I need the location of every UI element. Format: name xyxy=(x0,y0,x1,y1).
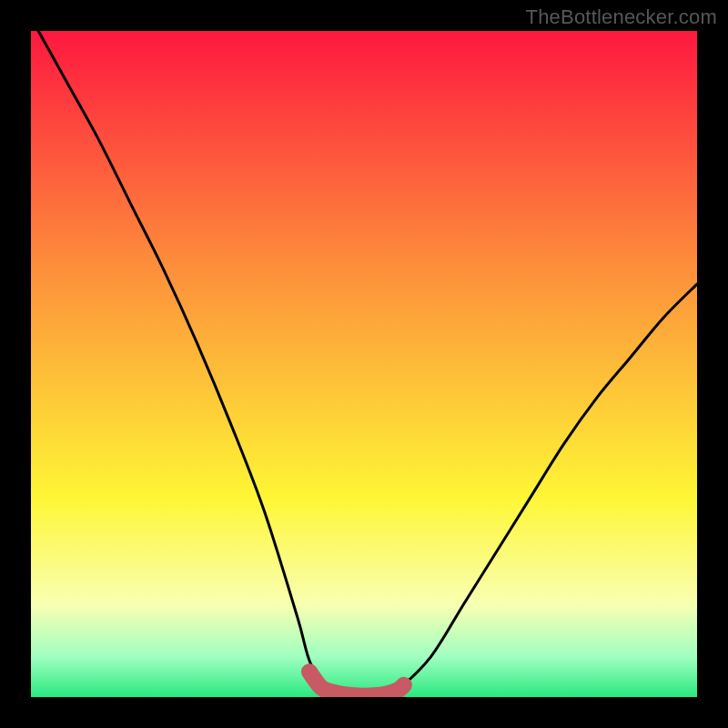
gradient-background xyxy=(31,31,697,697)
bottom-marker-dot xyxy=(397,678,411,693)
chart-frame: TheBottlenecker.com xyxy=(0,0,728,728)
watermark-text: TheBottlenecker.com xyxy=(526,5,717,29)
bottom-marker-dot xyxy=(302,664,317,679)
bottleneck-chart xyxy=(31,31,697,697)
